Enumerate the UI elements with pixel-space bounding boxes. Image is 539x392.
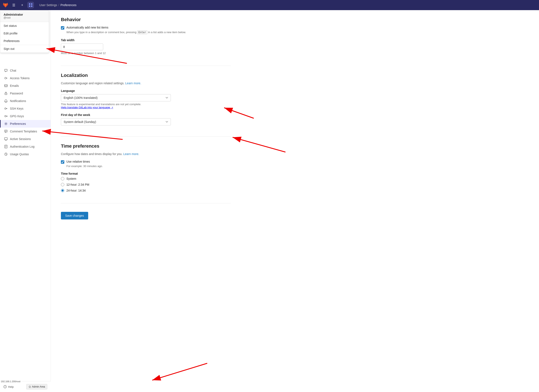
ssh-keys-icon: [4, 107, 8, 110]
svg-point-9: [5, 123, 7, 124]
breadcrumb-parent[interactable]: User Settings: [39, 3, 57, 7]
tab-width-label: Tab width: [61, 38, 231, 42]
sidebar-item-access-tokens-label: Access Tokens: [10, 76, 30, 80]
sidebar-item-authentication-log-label: Authentication Log: [10, 145, 34, 148]
sidebar-item-emails-label: Emails: [10, 84, 19, 87]
authentication-log-icon: [4, 145, 8, 148]
auto-add-desc-post: in a list adds a new item below.: [148, 31, 186, 34]
time-format-24h-label: 24-hour: 14:34: [66, 189, 86, 192]
language-select[interactable]: English (100% translated) Español França…: [61, 94, 171, 101]
svg-rect-2: [29, 5, 30, 7]
enter-key: Enter: [137, 30, 147, 34]
localization-learn-more[interactable]: Learn more.: [125, 81, 141, 85]
time-preferences-title: Time preferences: [61, 143, 231, 149]
main-layout: Administrator @root Set status Edit prof…: [0, 10, 539, 226]
topbar: ☰ + User Settings / Preferences: [0, 0, 539, 10]
active-sessions-icon: [4, 137, 8, 141]
use-relative-checkbox[interactable]: [61, 160, 64, 164]
sidebar-item-password[interactable]: Password: [0, 90, 51, 97]
sidebar-item-access-tokens[interactable]: Access Tokens: [0, 74, 51, 82]
sidebar-item-emails[interactable]: Emails: [0, 82, 51, 90]
behavior-section: Behavior Automatically add new list item…: [61, 17, 231, 66]
sidebar-item-gpg-keys[interactable]: GPG Keys: [0, 112, 51, 120]
time-preferences-section: Time preferences Configure how dates and…: [61, 143, 231, 203]
first-day-label: First day of the week: [61, 113, 231, 117]
language-field: Language English (100% translated) Españ…: [61, 89, 231, 109]
svg-rect-1: [31, 3, 32, 5]
sidebar-item-chat[interactable]: Chat: [0, 67, 51, 74]
dropdown-item-preferences[interactable]: Preferences: [0, 37, 49, 45]
time-format-12h-label: 12-hour: 2:34 PM: [66, 183, 89, 186]
svg-rect-10: [5, 138, 7, 140]
gitlab-logo: [3, 2, 9, 8]
sidebar-item-preferences[interactable]: Preferences: [0, 120, 51, 128]
app-icon-button[interactable]: [28, 2, 34, 8]
preferences-icon: [4, 122, 8, 126]
time-preferences-desc-pre: Configure how dates and times display fo…: [61, 152, 122, 156]
chat-icon: [4, 69, 8, 72]
language-help-link[interactable]: Help translate GitLab into your language…: [61, 106, 113, 109]
time-preferences-desc: Configure how dates and times display fo…: [61, 152, 231, 156]
user-dropdown-header: Administrator @root: [0, 10, 49, 22]
dropdown-item-sign-out[interactable]: Sign out: [0, 45, 49, 52]
sidebar-item-gpg-keys-label: GPG Keys: [10, 114, 24, 118]
first-day-field: First day of the week System default (Su…: [61, 113, 231, 125]
emails-icon: [4, 84, 8, 88]
svg-rect-3: [31, 5, 32, 7]
time-format-12h-radio[interactable]: [61, 183, 64, 186]
localization-desc-pre: Customize language and region related se…: [61, 81, 124, 85]
time-preferences-learn-more[interactable]: Learn more.: [123, 152, 139, 156]
sidebar-item-comment-templates[interactable]: Comment Templates: [0, 128, 51, 135]
auto-add-checkbox[interactable]: [61, 26, 64, 30]
svg-point-8: [5, 116, 6, 117]
localization-desc: Customize language and region related se…: [61, 81, 231, 85]
sidebar-nav: Chat Access Tokens Emails Password: [0, 65, 51, 160]
localization-section: Localization Customize language and regi…: [61, 73, 231, 137]
sidebar-item-notifications[interactable]: Notifications: [0, 97, 51, 105]
time-format-label: Time format: [61, 172, 231, 175]
language-experimental-text: This feature is experimental and transla…: [61, 103, 141, 106]
password-icon: [4, 91, 8, 95]
new-tab-button[interactable]: +: [19, 2, 25, 8]
breadcrumb-separator: /: [58, 3, 59, 7]
svg-rect-6: [5, 93, 7, 95]
sidebar-item-authentication-log[interactable]: Authentication Log: [0, 143, 51, 150]
time-format-field: Time format System 12-hour: 2:34 PM 24-h…: [61, 172, 231, 192]
dropdown-item-edit-profile[interactable]: Edit profile: [0, 30, 49, 37]
sidebar-item-comment-templates-label: Comment Templates: [10, 130, 37, 133]
time-format-24h-radio[interactable]: [61, 189, 64, 192]
sidebar-toggle-button[interactable]: ☰: [10, 2, 17, 8]
sidebar-item-preferences-label: Preferences: [10, 122, 26, 125]
sidebar-item-usage-quotas[interactable]: Usage Quotas: [0, 150, 51, 158]
sidebar-item-notifications-label: Notifications: [10, 99, 26, 103]
use-relative-field: Use relative times For example: 30 minut…: [61, 160, 231, 168]
first-day-select[interactable]: System default (Sunday) Sunday Monday Sa…: [61, 118, 171, 125]
comment-templates-icon: [4, 129, 8, 133]
sidebar-item-usage-quotas-label: Usage Quotas: [10, 152, 29, 156]
use-relative-desc: For example: 30 minutes ago.: [66, 165, 231, 168]
use-relative-label: Use relative times: [66, 160, 90, 163]
auto-add-description: When you type in a description or commen…: [66, 30, 231, 34]
external-link-icon: ↗: [111, 106, 113, 109]
dropdown-item-set-status[interactable]: Set status: [0, 22, 49, 30]
language-experimental-hint: This feature is experimental and transla…: [61, 103, 231, 109]
access-tokens-icon: [4, 76, 8, 80]
sidebar-item-ssh-keys[interactable]: SSH Keys: [0, 105, 51, 112]
svg-point-4: [5, 77, 6, 79]
time-format-system-label: System: [66, 177, 76, 180]
sidebar-item-ssh-keys-label: SSH Keys: [10, 107, 24, 110]
svg-rect-5: [5, 85, 7, 87]
auto-add-field: Automatically add new list items When yo…: [61, 26, 231, 34]
gpg-keys-icon: [4, 114, 8, 118]
tab-width-input[interactable]: [61, 43, 103, 50]
language-help-link-text: Help translate GitLab into your language: [61, 106, 110, 109]
time-format-system-radio[interactable]: [61, 177, 64, 180]
user-name: Administrator: [4, 13, 45, 16]
notifications-icon: [4, 99, 8, 103]
user-handle: @root: [4, 16, 45, 19]
svg-rect-0: [29, 3, 30, 5]
sidebar-item-active-sessions[interactable]: Active Sessions: [0, 135, 51, 143]
save-changes-button[interactable]: Save changes: [61, 212, 88, 219]
breadcrumb-current: Preferences: [60, 3, 76, 7]
tab-width-hint: Must be a number between 1 and 12: [61, 52, 231, 55]
